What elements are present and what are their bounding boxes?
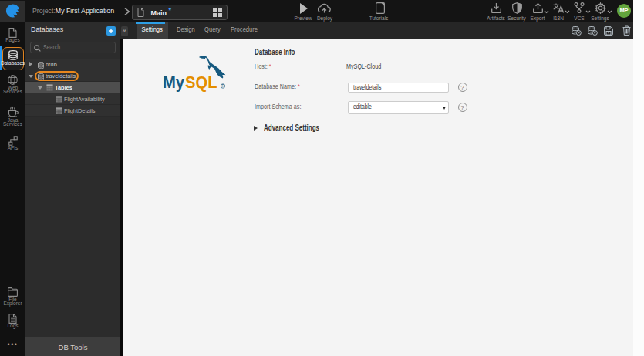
svg-text:My: My [163,73,184,91]
